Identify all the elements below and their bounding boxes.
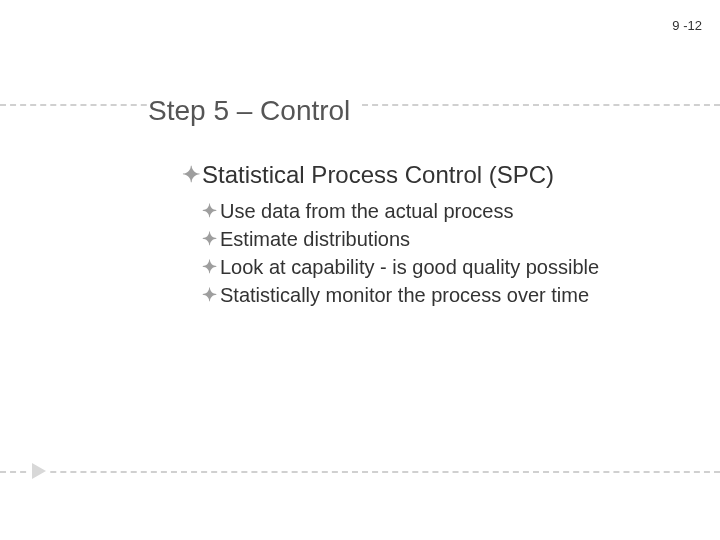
sub-item-text: Estimate distributions <box>220 226 410 252</box>
list-item: ✦ Look at capability - is good quality p… <box>202 254 630 280</box>
bullet-icon: ✦ <box>202 282 220 308</box>
sub-item-text: Look at capability - is good quality pos… <box>220 254 599 280</box>
arrow-icon <box>32 463 46 479</box>
title-rule <box>0 104 720 106</box>
bullet-icon: ✦ <box>202 254 220 280</box>
main-item-text: Statistical Process Control (SPC) <box>202 160 554 190</box>
sub-list: ✦ Use data from the actual process ✦ Est… <box>202 198 630 308</box>
list-item: ✦ Estimate distributions <box>202 226 630 252</box>
title-area: Step 5 – Control <box>0 104 720 127</box>
bullet-icon: ✦ <box>202 226 220 252</box>
list-item: ✦ Statistically monitor the process over… <box>202 282 630 308</box>
bottom-rule-area <box>0 471 720 473</box>
bottom-rule <box>0 471 720 473</box>
content-area: ✦ Statistical Process Control (SPC) ✦ Us… <box>182 160 630 310</box>
page-number: 9 -12 <box>672 18 702 33</box>
sub-item-text: Use data from the actual process <box>220 198 513 224</box>
list-item: ✦ Use data from the actual process <box>202 198 630 224</box>
slide-title: Step 5 – Control <box>148 95 358 127</box>
sub-item-text: Statistically monitor the process over t… <box>220 282 589 308</box>
bullet-icon: ✦ <box>202 198 220 224</box>
main-bullet-item: ✦ Statistical Process Control (SPC) <box>182 160 630 190</box>
bullet-icon: ✦ <box>182 160 202 190</box>
